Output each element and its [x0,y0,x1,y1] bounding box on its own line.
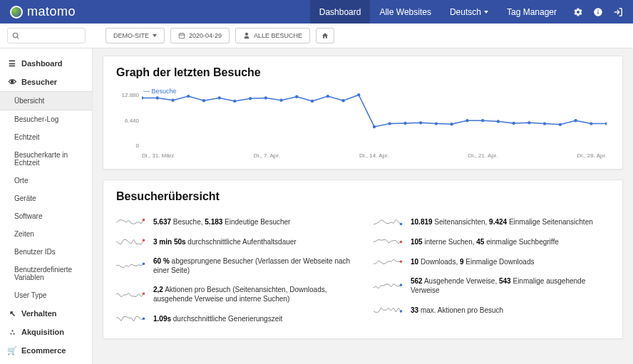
sparkline-icon [374,256,403,266]
svg-point-23 [341,99,344,102]
svg-point-39 [590,122,592,125]
svg-point-41 [143,219,145,222]
chart-card: Graph der letzten Besuche Besuche 12.880… [103,56,623,170]
nav-language[interactable]: Deutsch [441,0,498,24]
svg-rect-6 [179,33,185,38]
sidebar-item-realtime-map[interactable]: Besucherkarte in Echtzeit [0,146,92,172]
nav-dashboard[interactable]: Dashboard [310,0,371,24]
overview-row[interactable]: 10 Downloads, 9 Einmalige Downloads [374,251,609,271]
xtick: Di., 21. Apr. [468,152,498,159]
chart-title: Graph der letzten Besuche [116,66,609,79]
search-icon [12,32,20,40]
svg-point-25 [373,125,376,128]
label: User Type [14,291,46,299]
overview-col-left: 5.637 Besuche, 5.183 Eindeutige Besucher… [116,212,352,328]
gear-icon[interactable] [573,7,583,17]
svg-point-48 [400,260,403,263]
svg-point-35 [528,121,530,124]
date-selector[interactable]: 2020-04-29 [170,28,230,43]
sidebar-group-dashboard[interactable]: ☰Dashboard [0,54,92,73]
svg-point-44 [143,292,145,295]
overview-row[interactable]: 2,2 Aktionen pro Besuch (Seitenansichten… [116,280,352,308]
svg-point-31 [465,119,468,122]
home-button[interactable] [316,28,334,43]
svg-point-32 [481,119,484,122]
sidebar-item-user-ids[interactable]: Benutzer IDs [0,243,92,261]
ytick: 12.880 [116,92,139,98]
site-selector[interactable]: DEMO-SITE [106,28,165,43]
sidebar-item-locations[interactable]: Orte [0,172,92,189]
overview-row[interactable]: 33 max. Aktionen pro Besuch [374,300,609,320]
svg-point-20 [295,95,298,98]
overview-text: 33 max. Aktionen pro Besuch [411,306,503,315]
overview-text: 10 Downloads, 9 Einmalige Downloads [411,257,534,266]
visits-chart[interactable]: Besuche 12.880 6.440 0 Di., 31. März Di.… [116,88,609,159]
svg-point-11 [156,96,159,99]
search-input[interactable] [7,28,86,43]
sidebar-group-goals[interactable]: ◎Ziele [0,360,92,364]
overview-col-right: 10.819 Seitenansichten, 9.424 Einmalige … [374,212,609,328]
xtick: Di., 7. Apr. [254,152,280,159]
sparkline-icon [116,261,146,271]
site-selector-label: DEMO-SITE [113,32,149,39]
sidebar-group-ecommerce[interactable]: 🛒Ecommerce [0,341,92,360]
svg-point-29 [435,122,438,125]
label: Software [14,212,42,220]
svg-point-42 [143,239,145,241]
nav-dashboard-label: Dashboard [319,7,361,17]
sidebar-item-custom-vars[interactable]: Benutzerdefinierte Variablen [0,261,92,286]
overview-text: 5.637 Besuche, 5.183 Eindeutige Besucher [153,217,290,227]
label: Benutzerdefinierte Variablen [14,266,72,281]
home-icon [321,32,329,39]
svg-point-10 [142,96,143,99]
logo[interactable]: matomo [10,4,310,19]
overview-card: Besucherübersicht 5.637 Besuche, 5.183 E… [103,180,623,339]
segment-selector[interactable]: ALLE BESUCHE [235,28,310,43]
svg-point-36 [543,122,546,125]
nav-tag-manager[interactable]: Tag Manager [498,0,566,24]
svg-point-26 [388,122,391,125]
sidebar-item-times[interactable]: Zeiten [0,225,92,243]
svg-point-22 [326,95,329,98]
info-icon[interactable] [593,7,603,17]
sidebar-group-behaviour[interactable]: ↖Verhalten [0,304,92,323]
login-icon[interactable] [613,7,623,17]
sidebar-item-realtime[interactable]: Echtzeit [0,128,92,146]
nav-all-websites[interactable]: Alle Websites [370,0,440,24]
svg-point-4 [13,33,17,37]
overview-title: Besucherübersicht [116,190,609,203]
sidebar-item-software[interactable]: Software [0,207,92,225]
overview-row[interactable]: 60 % abgesprungene Besucher (Verlassen d… [116,251,352,280]
overview-row[interactable]: 5.637 Besuche, 5.183 Eindeutige Besucher [116,212,352,232]
sparkline-icon [374,305,403,315]
sidebar-item-user-type[interactable]: User Type [0,286,92,304]
label: Zeiten [14,230,34,238]
overview-row[interactable]: 3 min 50s durchschnittliche Aufenthaltsd… [116,232,352,251]
topbar-icons [573,7,623,17]
label: Übersicht [14,97,44,105]
sidebar-item-devices[interactable]: Geräte [0,189,92,207]
overview-row[interactable]: 1.09s durchschnittliche Generierungszeit [116,308,352,328]
sidebar-item-visitor-log[interactable]: Besucher-Log [0,110,92,128]
sidebar-group-visitors[interactable]: 👁Besucher [0,73,92,91]
overview-text: 10.819 Seitenansichten, 9.424 Einmalige … [411,217,593,227]
svg-point-28 [419,121,422,124]
y-axis: 12.880 6.440 0 [116,92,139,149]
svg-point-33 [497,120,500,123]
plot-area [142,92,607,149]
sparkline-icon [374,217,403,227]
overview-row[interactable]: 105 interne Suchen, 45 einmalige Suchbeg… [374,232,609,251]
sidebar-group-acquisition[interactable]: ⛬Akquisition [0,323,92,341]
overview-row[interactable]: 562 Ausgehende Verweise, 543 Einmalige a… [374,271,609,300]
chevron-down-icon [153,34,157,37]
svg-point-17 [249,97,252,100]
overview-row[interactable]: 10.819 Seitenansichten, 9.424 Einmalige … [374,212,609,232]
label: Echtzeit [14,133,40,141]
nav-tag-manager-label: Tag Manager [507,7,557,17]
svg-point-24 [357,93,360,96]
svg-point-46 [400,223,403,226]
svg-point-19 [279,98,282,101]
sparkline-icon [116,236,146,246]
logo-text: matomo [27,4,76,19]
sidebar-item-overview[interactable]: Übersicht [0,91,92,110]
